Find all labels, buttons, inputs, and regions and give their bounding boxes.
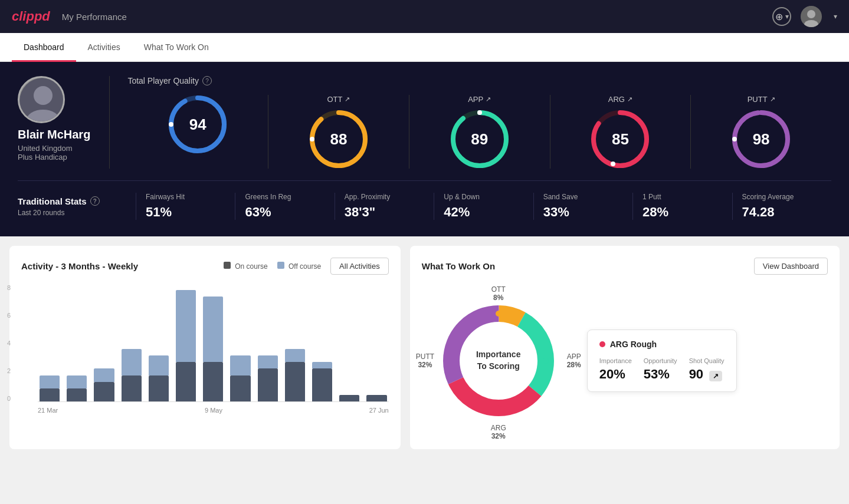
on-course-bar <box>122 375 142 401</box>
donut-chart-wrapper: ImportanceTo Scoring OTT8% APP28% ARG32%… <box>422 284 575 437</box>
donut-center-text: ImportanceTo Scoring <box>476 349 520 372</box>
detail-card-title: ARG Rough <box>599 340 725 349</box>
on-course-bar <box>312 368 332 401</box>
importance-label: Importance <box>599 357 632 364</box>
view-dashboard-button[interactable]: View Dashboard <box>754 258 828 275</box>
stat-proximity: App. Proximity 38'3" <box>335 193 434 220</box>
stat-items: Fairways Hit 51% Greens In Reg 63% App. … <box>136 193 831 220</box>
stat-oneputt: 1 Putt 28% <box>632 193 732 220</box>
stat-updown: Up & Down 42% <box>434 193 533 220</box>
chart-bars <box>38 284 389 402</box>
on-course-dot <box>224 262 231 269</box>
wtwo-panel-header: What To Work On View Dashboard <box>422 258 828 275</box>
tab-what-to-work-on[interactable]: What To Work On <box>132 33 221 62</box>
quality-section: Total Player Quality ? 94 <box>109 76 831 169</box>
bar-group-11 <box>337 284 361 401</box>
gauges-row: 94 OTT ↗ 88 <box>127 95 831 169</box>
putt-score: 98 <box>753 130 770 149</box>
on-course-bar <box>40 388 60 401</box>
shot-quality-value: 90 ↗ <box>689 367 725 382</box>
sandsave-value: 33% <box>543 205 569 220</box>
svg-point-28 <box>496 405 501 411</box>
opportunity-label: Opportunity <box>644 357 677 364</box>
proximity-value: 38'3" <box>345 205 375 220</box>
quality-title: Total Player Quality ? <box>127 76 831 85</box>
stat-sandsave: Sand Save 33% <box>533 193 632 220</box>
scoring-label: Scoring Average <box>742 193 794 201</box>
fairways-value: 51% <box>146 205 172 220</box>
off-course-legend: Off course <box>277 262 321 271</box>
bar-group-2 <box>92 284 116 401</box>
off-course-bar <box>176 290 196 362</box>
on-course-bar <box>67 388 87 401</box>
tab-activities[interactable]: Activities <box>76 33 132 62</box>
bar-group-0 <box>38 284 61 401</box>
shot-quality-badge: ↗ <box>709 371 722 381</box>
on-course-bar <box>94 382 114 401</box>
header: clippd My Performance ⊕ ▾ ▾ <box>0 0 849 33</box>
updown-value: 42% <box>444 205 470 220</box>
stats-info-icon: ? <box>90 196 100 206</box>
bar-group-10 <box>310 284 334 401</box>
activity-panel-header: Activity - 3 Months - Weekly On course O… <box>21 258 389 275</box>
putt-donut-label: PUTT32% <box>416 353 434 369</box>
svg-point-4 <box>34 86 53 105</box>
detail-metrics: Importance 20% Opportunity 53% Shot Qual… <box>599 357 725 382</box>
avatar-icon <box>801 6 822 27</box>
avatar-dropdown-icon: ▾ <box>834 12 837 21</box>
putt-gauge: PUTT ↗ 98 <box>691 95 831 169</box>
scoring-value: 74.28 <box>742 205 775 220</box>
chevron-down-icon: ▾ <box>785 12 789 21</box>
greens-value: 63% <box>245 205 271 220</box>
add-button[interactable]: ⊕ ▾ <box>772 7 791 26</box>
svg-point-1 <box>807 10 815 18</box>
player-info: Blair McHarg United Kingdom Plus Handica… <box>18 128 90 162</box>
app-score: 89 <box>471 130 488 149</box>
svg-point-27 <box>543 358 549 364</box>
bar-group-3 <box>120 284 143 401</box>
player-handicap: Plus Handicap <box>18 153 90 162</box>
off-course-bar <box>40 375 60 388</box>
bar-group-6 <box>201 284 225 401</box>
proximity-label: App. Proximity <box>345 193 390 201</box>
tab-dashboard[interactable]: Dashboard <box>12 33 76 62</box>
importance-metric: Importance 20% <box>599 357 632 382</box>
stats-row: Traditional Stats ? Last 20 rounds Fairw… <box>18 180 831 220</box>
off-course-dot <box>277 262 284 269</box>
stats-label-section: Traditional Stats ? Last 20 rounds <box>18 196 136 217</box>
header-title: My Performance <box>62 12 127 22</box>
user-avatar-button[interactable] <box>801 6 822 27</box>
app-gauge: APP ↗ 89 <box>409 95 550 169</box>
off-course-bar <box>94 368 114 381</box>
arg-donut-label: ARG32% <box>491 424 506 440</box>
oneputt-value: 28% <box>643 205 668 220</box>
fairways-label: Fairways Hit <box>146 193 185 201</box>
info-icon: ? <box>202 76 212 85</box>
greens-label: Greens In Reg <box>245 193 291 201</box>
chart-legend: On course Off course <box>224 262 321 271</box>
bar-group-1 <box>65 284 88 401</box>
off-course-bar <box>203 297 223 362</box>
svg-point-26 <box>496 311 501 317</box>
player-country: United Kingdom <box>18 144 90 153</box>
on-course-bar <box>176 362 196 401</box>
bar-group-8 <box>256 284 280 401</box>
on-course-bar <box>149 375 169 401</box>
ott-arrow-icon: ↗ <box>345 95 350 103</box>
plus-icon: ⊕ <box>775 11 783 22</box>
svg-point-11 <box>310 137 314 141</box>
nav-tabs: Dashboard Activities What To Work On <box>0 33 849 62</box>
bar-group-4 <box>147 284 171 401</box>
app-donut-label: APP28% <box>567 353 581 369</box>
wtwo-panel-title: What To Work On <box>422 261 495 271</box>
player-avatar <box>18 76 65 123</box>
total-quality-gauge: 94 <box>127 95 268 169</box>
opportunity-value: 53% <box>644 367 677 382</box>
bar-group-7 <box>228 284 252 401</box>
app-arrow-icon: ↗ <box>486 95 491 103</box>
all-activities-button[interactable]: All Activities <box>330 258 389 275</box>
ott-gauge: OTT ↗ 88 <box>268 95 409 169</box>
stat-greens: Greens In Reg 63% <box>235 193 334 220</box>
putt-gauge-circle: 98 <box>732 110 791 169</box>
shot-quality-metric: Shot Quality 90 ↗ <box>689 357 725 382</box>
